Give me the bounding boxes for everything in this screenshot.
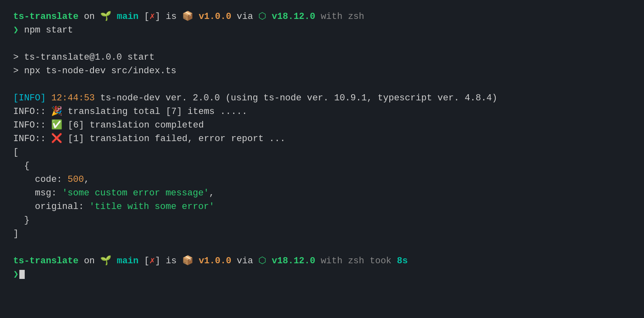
- prompt-arrow-1: ❯: [13, 25, 19, 35]
- terminal-line-15: }: [13, 214, 631, 227]
- error-code: 500: [68, 174, 84, 185]
- terminal-line-19[interactable]: ❯: [13, 268, 631, 281]
- terminal-line-4a: > ts-translate@1.0.0 start: [13, 51, 631, 64]
- info-label: [INFO]: [13, 93, 46, 103]
- project-name-2: ts-translate: [13, 256, 78, 266]
- terminal-line-6: [INFO] 12:44:53 ts-node-dev ver. 2.0.0 (…: [13, 91, 631, 105]
- duration: 8s: [397, 256, 407, 266]
- branch-name-2: main: [111, 256, 138, 266]
- version-2: v1.0.0: [193, 256, 231, 266]
- terminal-line-16: ]: [13, 227, 631, 241]
- node-version-2: v18.12.0: [266, 256, 315, 266]
- terminal-window: ts-translate on 🌱 main [✗] is 📦 v1.0.0 v…: [13, 10, 631, 281]
- terminal-line-7: INFO:: 🎉 translating total [7] items ...…: [13, 105, 631, 118]
- terminal-line-12: code: 500,: [13, 173, 631, 186]
- terminal-line-18: ts-translate on 🌱 main [✗] is 📦 v1.0.0 v…: [13, 254, 631, 268]
- empty-line-2: [13, 78, 631, 91]
- node-version-1: v18.12.0: [266, 12, 315, 22]
- terminal-line-2: ❯ npm start: [13, 23, 631, 37]
- terminal-line-13: msg: 'some custom error message',: [13, 186, 631, 200]
- prompt-arrow-2: ❯: [13, 269, 19, 280]
- error-original: 'title with some error': [89, 202, 215, 212]
- error-msg: 'some custom error message': [62, 188, 209, 198]
- cursor: [19, 270, 25, 279]
- terminal-line-1: ts-translate on 🌱 main [✗] is 📦 v1.0.0 v…: [13, 10, 631, 23]
- terminal-line-8: INFO:: ✅ [6] translation completed: [13, 118, 631, 132]
- empty-line-1: [13, 37, 631, 51]
- terminal-line-9: INFO:: ❌ [1] translation failed, error r…: [13, 132, 631, 146]
- timestamp: 12:44:53: [46, 93, 95, 103]
- terminal-line-11: {: [13, 159, 631, 173]
- empty-line-3: [13, 241, 631, 254]
- terminal-line-4b: > npx ts-node-dev src/index.ts: [13, 64, 631, 78]
- branch-name: main: [111, 12, 138, 22]
- version-1: v1.0.0: [193, 12, 231, 22]
- terminal-line-14: original: 'title with some error': [13, 200, 631, 214]
- terminal-line-10: [: [13, 146, 631, 159]
- project-name: ts-translate: [13, 12, 78, 22]
